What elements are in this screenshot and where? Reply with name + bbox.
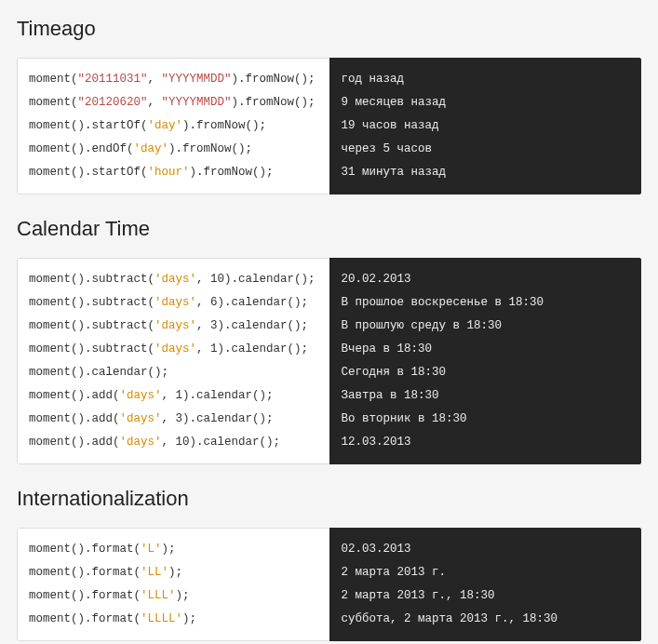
code-token: moment().add(	[29, 412, 120, 425]
code-line: moment().add('days', 10).calendar();	[29, 431, 318, 454]
section-title: Internationalization	[17, 487, 641, 511]
code-line: moment().format('L');	[29, 538, 318, 561]
code-line: moment().add('days', 3).calendar();	[29, 408, 318, 431]
code-pane: moment().format('L');moment().format('LL…	[17, 528, 329, 641]
code-token: 'days'	[154, 319, 196, 332]
code-line: moment().subtract('days', 1).calendar();	[29, 338, 318, 361]
code-token: , 10).calendar();	[162, 436, 281, 449]
code-output-pair: moment("20111031", "YYYYMMDD").fromNow()…	[17, 58, 641, 195]
output-line: 2 марта 2013 г., 18:30	[342, 584, 630, 608]
code-token: moment().subtract(	[29, 273, 154, 286]
code-token: ,	[148, 96, 162, 109]
code-line: moment().startOf('hour').fromNow();	[29, 161, 318, 184]
code-pane: moment().subtract('days', 10).calendar()…	[17, 258, 329, 464]
document-root: Timeagomoment("20111031", "YYYYMMDD").fr…	[17, 17, 641, 641]
code-line: moment().subtract('days', 10).calendar()…	[29, 268, 318, 291]
code-token: moment().subtract(	[29, 296, 154, 309]
code-token: ).fromNow();	[168, 142, 252, 155]
code-token: 'hour'	[148, 166, 190, 179]
code-token: ).fromNow();	[232, 96, 316, 109]
code-token: 'L'	[141, 543, 162, 556]
output-pane: 20.02.2013В прошлое воскресенье в 18:30В…	[329, 258, 642, 464]
output-line: 12.03.2013	[342, 431, 630, 454]
code-line: moment().calendar();	[29, 361, 318, 384]
output-line: 9 месяцев назад	[342, 91, 630, 114]
code-token: 'LLLL'	[141, 612, 182, 625]
section-i18n: Internationalizationmoment().format('L')…	[17, 487, 641, 641]
code-line: moment("20111031", "YYYYMMDD").fromNow()…	[29, 68, 318, 91]
section-title: Calendar Time	[17, 217, 641, 241]
code-output-pair: moment().format('L');moment().format('LL…	[17, 528, 641, 641]
code-token: moment().add(	[29, 436, 120, 449]
code-token: moment().format(	[29, 566, 141, 579]
code-token: 'days'	[154, 273, 196, 286]
output-line: В прошлое воскресенье в 18:30	[342, 291, 630, 315]
output-line: Вчера в 18:30	[342, 338, 630, 361]
code-token: );	[176, 589, 190, 602]
code-token: moment().add(	[29, 389, 120, 402]
output-line: год назад	[342, 68, 630, 91]
code-token: moment().endOf(	[29, 142, 134, 155]
code-token: moment(	[29, 96, 78, 109]
output-line: 31 минута назад	[342, 161, 630, 184]
code-line: moment().format('LLLL');	[29, 608, 318, 631]
code-token: moment().subtract(	[29, 319, 154, 332]
code-token: moment().calendar();	[29, 366, 168, 379]
code-token: ,	[148, 73, 162, 86]
code-token: 'days'	[120, 436, 162, 449]
output-line: 2 марта 2013 г.	[342, 561, 630, 584]
code-token: , 3).calendar();	[196, 319, 308, 332]
section-title: Timeago	[17, 17, 641, 41]
code-token: "20111031"	[78, 73, 148, 86]
code-line: moment().endOf('day').fromNow();	[29, 138, 318, 161]
code-token: moment().startOf(	[29, 119, 148, 132]
output-pane: 02.03.20132 марта 2013 г.2 марта 2013 г.…	[329, 528, 642, 641]
code-token: moment(	[29, 73, 78, 86]
code-token: "YYYYMMDD"	[162, 96, 232, 109]
section-timeago: Timeagomoment("20111031", "YYYYMMDD").fr…	[17, 17, 641, 195]
output-line: Завтра в 18:30	[342, 384, 630, 408]
code-line: moment().subtract('days', 6).calendar();	[29, 291, 318, 315]
code-token: ).fromNow();	[190, 166, 274, 179]
code-token: moment().format(	[29, 543, 141, 556]
output-line: суббота, 2 марта 2013 г., 18:30	[342, 608, 630, 631]
code-token: , 6).calendar();	[196, 296, 308, 309]
output-line: Сегодня в 18:30	[342, 361, 630, 384]
code-pane: moment("20111031", "YYYYMMDD").fromNow()…	[17, 58, 329, 195]
output-line: Во вторник в 18:30	[342, 408, 630, 431]
code-line: moment().format('LLL');	[29, 584, 318, 608]
code-token: );	[182, 612, 196, 625]
code-line: moment("20120620", "YYYYMMDD").fromNow()…	[29, 91, 318, 114]
output-line: 19 часов назад	[342, 114, 630, 138]
code-token: moment().startOf(	[29, 166, 148, 179]
code-token: ).fromNow();	[232, 73, 316, 86]
code-line: moment().startOf('day').fromNow();	[29, 114, 318, 138]
code-token: );	[162, 543, 176, 556]
code-line: moment().add('days', 1).calendar();	[29, 384, 318, 408]
code-token: "20120620"	[78, 96, 148, 109]
code-output-pair: moment().subtract('days', 10).calendar()…	[17, 258, 641, 464]
code-token: moment().subtract(	[29, 342, 154, 356]
code-token: 'days'	[154, 342, 196, 356]
code-token: moment().format(	[29, 589, 141, 602]
code-token: , 10).calendar();	[196, 273, 316, 286]
code-token: "YYYYMMDD"	[162, 73, 232, 86]
code-line: moment().format('LL');	[29, 561, 318, 584]
output-line: 02.03.2013	[342, 538, 630, 561]
code-token: moment().format(	[29, 612, 141, 625]
code-token: 'days'	[154, 296, 196, 309]
code-token: ).fromNow();	[182, 119, 266, 132]
code-token: 'LLL'	[141, 589, 176, 602]
code-token: , 1).calendar();	[196, 342, 308, 356]
code-line: moment().subtract('days', 3).calendar();	[29, 315, 318, 338]
section-calendar: Calendar Timemoment().subtract('days', 1…	[17, 217, 641, 464]
code-token: , 3).calendar();	[162, 412, 274, 425]
output-line: В прошлую среду в 18:30	[342, 315, 630, 338]
code-token: 'day'	[148, 119, 183, 132]
output-line: 20.02.2013	[342, 268, 630, 291]
output-pane: год назад9 месяцев назад19 часов назадче…	[329, 58, 642, 195]
output-line: через 5 часов	[342, 138, 630, 161]
code-token: 'days'	[120, 389, 162, 402]
code-token: 'day'	[134, 142, 169, 155]
code-token: 'days'	[120, 412, 162, 425]
